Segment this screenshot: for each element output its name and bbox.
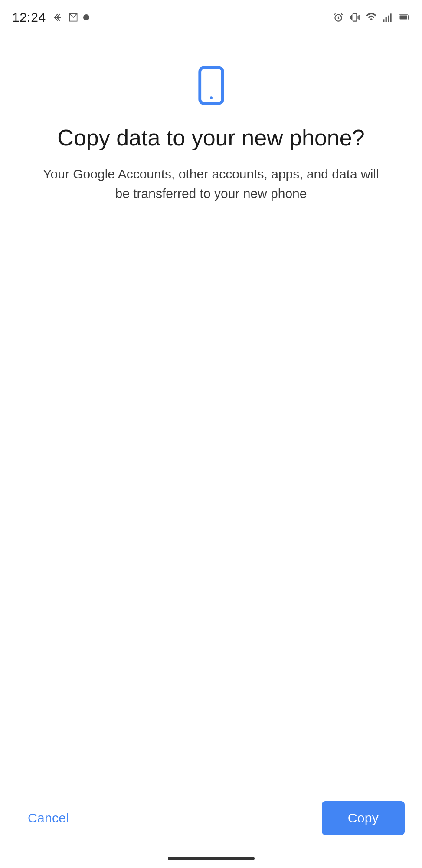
svg-rect-11 — [390, 13, 391, 22]
status-bar-right — [333, 12, 410, 23]
svg-point-16 — [210, 96, 213, 99]
main-content: Copy data to your new phone? Your Google… — [0, 31, 422, 427]
status-time: 12:24 — [12, 10, 46, 25]
home-bar — [168, 857, 255, 860]
content-spacer — [0, 427, 422, 788]
svg-rect-3 — [353, 13, 357, 21]
status-icons-left — [52, 12, 89, 23]
svg-rect-14 — [400, 16, 407, 20]
svg-line-2 — [341, 13, 343, 15]
phone-icon — [192, 66, 231, 105]
svg-rect-10 — [388, 16, 389, 22]
gmail-icon — [68, 12, 79, 23]
copy-button[interactable]: Copy — [322, 801, 405, 835]
svg-line-1 — [334, 13, 335, 15]
svg-rect-13 — [408, 16, 409, 19]
battery-icon — [399, 12, 410, 23]
home-indicator — [0, 857, 422, 868]
vibrate-icon — [349, 12, 360, 23]
bottom-action-area: Cancel Copy — [0, 788, 422, 857]
svg-rect-8 — [383, 19, 384, 22]
notification-dot-icon — [83, 14, 89, 20]
alarm-icon — [333, 12, 344, 23]
cancel-button[interactable]: Cancel — [17, 802, 79, 834]
phone-icon-wrapper — [192, 66, 231, 107]
status-bar: 12:24 — [0, 0, 422, 31]
status-bar-left: 12:24 — [12, 10, 89, 25]
page-subtext: Your Google Accounts, other accounts, ap… — [42, 164, 380, 203]
back-arrows-icon — [52, 12, 63, 23]
page-headline: Copy data to your new phone? — [57, 124, 364, 151]
signal-icon — [382, 12, 393, 23]
wifi-icon — [366, 12, 377, 23]
svg-rect-9 — [386, 17, 387, 22]
